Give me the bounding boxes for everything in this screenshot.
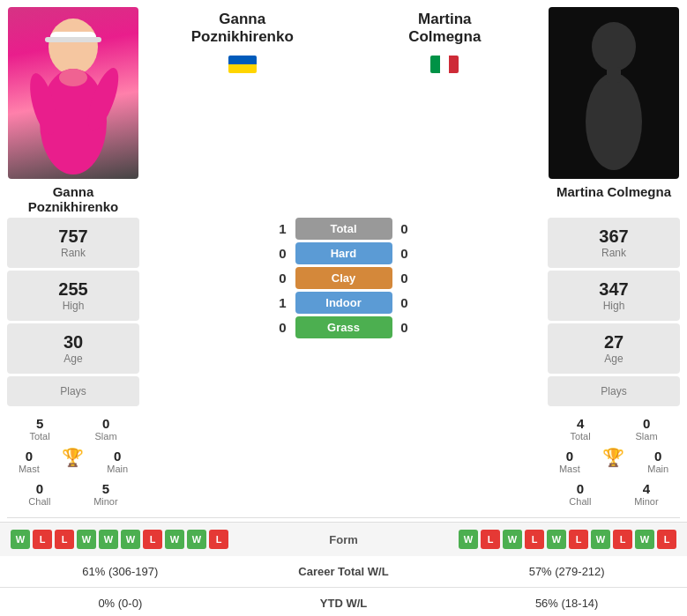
right-high-box: 347 High — [548, 271, 680, 321]
player-right-photo — [549, 7, 679, 179]
form-badge-right: L — [657, 530, 676, 549]
svg-point-7 — [592, 22, 636, 71]
photo-row: Ganna Poznikhirenko Ganna Poznikhirenko … — [0, 0, 687, 218]
left-plays-label: Plays — [11, 385, 136, 397]
right-career-wl: 57% (279-212) — [446, 556, 687, 588]
right-ytd-wl: 56% (18-14) — [446, 588, 687, 617]
form-badge-right: W — [459, 530, 478, 549]
right-main-stat: 0 Main — [647, 449, 668, 474]
right-minor-lbl: Minor — [634, 496, 659, 507]
records-row: 5 Total 0 Slam 0 Mast 🏆 0 Main — [0, 409, 687, 514]
left-age-label: Age — [11, 353, 136, 365]
svg-rect-2 — [45, 37, 101, 42]
right-record-bot: 0 Chall 4 Minor — [548, 478, 680, 510]
right-high-label: High — [551, 300, 676, 312]
h2h-hard-right: 0 — [392, 246, 417, 261]
left-stat-boxes: 757 Rank 255 High 30 Age Plays — [7, 218, 139, 409]
h2h-hard-pill: Hard — [295, 242, 392, 264]
left-rank-value: 757 — [11, 226, 136, 247]
right-plays-label: Plays — [551, 385, 676, 397]
svg-point-0 — [49, 19, 98, 75]
form-badge-left: L — [33, 530, 52, 549]
left-minor-val: 5 — [102, 481, 109, 496]
center-h2h: 1 Total 0 0 Hard 0 0 Clay 0 1 Indoor — [143, 218, 544, 341]
ytd-wl-label: YTD W/L — [241, 588, 447, 617]
right-total-lbl: Total — [570, 431, 590, 442]
left-record-top: 5 Total 0 Slam — [7, 412, 139, 445]
player-left-name: Ganna Poznikhirenko — [7, 184, 139, 214]
h2h-indoor-row: 1 Indoor 0 — [143, 292, 544, 314]
player-left-svg — [8, 7, 138, 179]
left-career-wl: 61% (306-197) — [0, 556, 241, 588]
left-high-value: 255 — [11, 279, 136, 300]
left-ytd-wl: 0% (0-0) — [0, 588, 241, 617]
left-slam-lbl: Slam — [95, 431, 117, 442]
form-badge-left: L — [55, 530, 74, 549]
left-slam-stat: 0 Slam — [95, 416, 117, 442]
h2h-clay-right: 0 — [392, 271, 417, 286]
form-left: WLLWWWLWWL — [11, 530, 303, 549]
right-rank-box: 367 Rank — [548, 218, 680, 268]
left-minor-stat: 5 Minor — [93, 481, 118, 507]
form-badge-left: W — [165, 530, 184, 549]
h2h-clay-left: 0 — [271, 271, 295, 286]
player-right-name-top: Martina Colmegna — [408, 11, 481, 47]
right-slam-stat: 0 Slam — [636, 416, 658, 442]
form-badge-left: W — [11, 530, 30, 549]
left-slam-val: 0 — [102, 416, 109, 431]
left-rank-box: 757 Rank — [7, 218, 139, 268]
content-trio: 757 Rank 255 High 30 Age Plays 1 Total 0 — [0, 218, 687, 409]
form-right: WLWLWLWLWL — [385, 530, 677, 549]
svg-point-8 — [586, 73, 642, 170]
form-badge-left: W — [187, 530, 206, 549]
left-mast-lbl: Mast — [19, 464, 40, 474]
trophy-icon-left: 🏆 — [62, 449, 84, 474]
right-mast-lbl: Mast — [559, 464, 580, 474]
records-center-spacer — [143, 412, 544, 510]
form-section: WLLWWWLWWL Form WLWLWLWLWL — [0, 522, 687, 556]
trophy-icon-right: 🏆 — [602, 449, 624, 474]
stats-table: 61% (306-197) Career Total W/L 57% (279-… — [0, 556, 687, 616]
right-record-top: 4 Total 0 Slam — [548, 412, 680, 445]
h2h-hard-left: 0 — [271, 246, 295, 261]
center-top-col: Ganna Poznikhirenko — [143, 7, 342, 80]
right-total-val: 4 — [577, 416, 584, 431]
right-mast-stat: 0 Mast — [559, 449, 580, 474]
h2h-total-right: 0 — [392, 221, 417, 236]
left-record-mid: 0 Mast 🏆 0 Main — [7, 445, 139, 478]
svg-rect-9 — [607, 67, 621, 83]
right-high-value: 347 — [551, 279, 676, 300]
form-badge-left: W — [99, 530, 118, 549]
h2h-grass-left: 0 — [271, 320, 295, 335]
form-badge-right: L — [613, 530, 632, 549]
left-main-stat: 0 Main — [107, 449, 128, 474]
h2h-total-row: 1 Total 0 — [143, 218, 544, 240]
left-rank-label: Rank — [11, 247, 136, 259]
right-main-lbl: Main — [647, 464, 668, 474]
right-chall-val: 0 — [577, 481, 584, 496]
left-plays-box: Plays — [7, 376, 139, 406]
left-total-lbl: Total — [29, 431, 49, 442]
player-right-name: Martina Colmegna — [556, 184, 671, 199]
left-high-label: High — [11, 300, 136, 312]
player-left-photo — [8, 7, 138, 179]
career-wl-row: 61% (306-197) Career Total W/L 57% (279-… — [0, 556, 687, 588]
right-plays-box: Plays — [548, 376, 680, 406]
h2h-indoor-right: 0 — [392, 295, 417, 310]
silhouette-svg — [561, 16, 667, 170]
form-badge-right: L — [569, 530, 588, 549]
player-left-flag — [228, 56, 257, 77]
left-mast-val: 0 — [26, 449, 33, 464]
left-age-box: 30 Age — [7, 323, 139, 374]
right-chall-stat: 0 Chall — [569, 481, 591, 507]
left-chall-lbl: Chall — [28, 496, 50, 507]
h2h-grass-pill: Grass — [295, 316, 392, 338]
h2h-clay-row: 0 Clay 0 — [143, 267, 544, 289]
h2h-total-pill: Total — [295, 218, 392, 240]
right-minor-val: 4 — [643, 481, 650, 496]
h2h-grass-right: 0 — [392, 320, 417, 335]
form-center-label: Form — [309, 533, 379, 546]
left-chall-val: 0 — [36, 481, 43, 496]
right-main-val: 0 — [654, 449, 661, 464]
left-age-value: 30 — [11, 332, 136, 353]
